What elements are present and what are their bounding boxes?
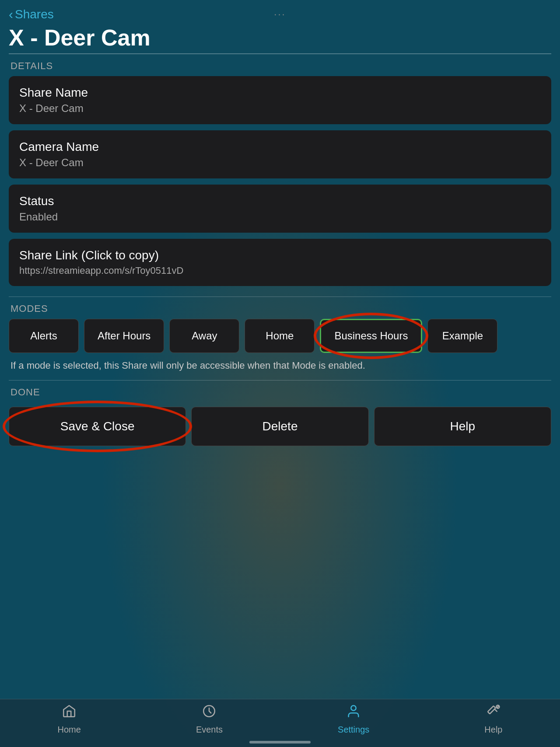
share-name-value: X - Deer Cam [19, 102, 541, 115]
details-header: DETAILS [9, 54, 551, 76]
tab-item-events[interactable]: Events [196, 704, 223, 735]
help-tab-label: Help [484, 725, 502, 735]
camera-name-value: X - Deer Cam [19, 157, 541, 169]
mode-button-away[interactable]: Away [169, 319, 239, 353]
more-options-icon[interactable]: ··· [274, 9, 286, 20]
share-link-label: Share Link (Click to copy) [19, 248, 541, 262]
settings-tab-label: Settings [338, 725, 369, 735]
mode-button-alerts[interactable]: Alerts [9, 319, 79, 353]
mode-button-business-hours[interactable]: Business Hours [320, 319, 422, 353]
action-buttons: Save & Close Delete Help [9, 407, 551, 446]
share-link-card[interactable]: Share Link (Click to copy) https://strea… [9, 239, 551, 286]
back-label: Shares [15, 7, 54, 21]
modes-section: MODES AlertsAfter HoursAwayHomeBusiness … [9, 297, 551, 371]
details-section: DETAILS Share Name X - Deer Cam Camera N… [9, 54, 551, 286]
top-bar: ‹ Shares ··· [9, 9, 551, 20]
share-name-card[interactable]: Share Name X - Deer Cam [9, 76, 551, 124]
back-chevron-icon: ‹ [9, 7, 13, 22]
mode-button-after-hours[interactable]: After Hours [84, 319, 164, 353]
events-tab-label: Events [196, 725, 223, 735]
back-button[interactable]: ‹ Shares [9, 7, 54, 22]
tab-bar: HomeEventsSettingsHelp [0, 699, 560, 747]
done-section: DONE Save & Close Delete Help [9, 380, 551, 446]
camera-name-card[interactable]: Camera Name X - Deer Cam [9, 130, 551, 178]
help-tab-icon [486, 704, 501, 722]
home-tab-icon [62, 704, 77, 722]
modes-header: MODES [9, 297, 551, 319]
tab-item-help[interactable]: Help [484, 704, 502, 735]
camera-name-label: Camera Name [19, 140, 541, 154]
home-indicator [249, 741, 311, 744]
help-button[interactable]: Help [374, 407, 551, 446]
modes-info-text: If a mode is selected, this Share will o… [9, 360, 551, 371]
svg-point-1 [351, 705, 356, 710]
events-tab-icon [202, 704, 217, 722]
status-card[interactable]: Status Enabled [9, 185, 551, 233]
tab-item-home[interactable]: Home [58, 704, 81, 735]
save-close-button[interactable]: Save & Close [9, 407, 186, 446]
status-label: Status [19, 194, 541, 208]
share-link-value: https://streamieapp.com/s/rToy0511vD [19, 265, 541, 276]
page-title: X - Deer Cam [9, 24, 551, 51]
home-tab-label: Home [58, 725, 81, 735]
mode-button-home[interactable]: Home [245, 319, 315, 353]
status-value: Enabled [19, 211, 541, 223]
tab-item-settings[interactable]: Settings [338, 704, 369, 735]
mode-button-example[interactable]: Example [427, 319, 497, 353]
share-name-label: Share Name [19, 86, 541, 100]
modes-grid: AlertsAfter HoursAwayHomeBusiness HoursE… [9, 319, 551, 353]
delete-button[interactable]: Delete [191, 407, 368, 446]
done-header: DONE [9, 380, 551, 402]
settings-tab-icon [346, 704, 361, 722]
